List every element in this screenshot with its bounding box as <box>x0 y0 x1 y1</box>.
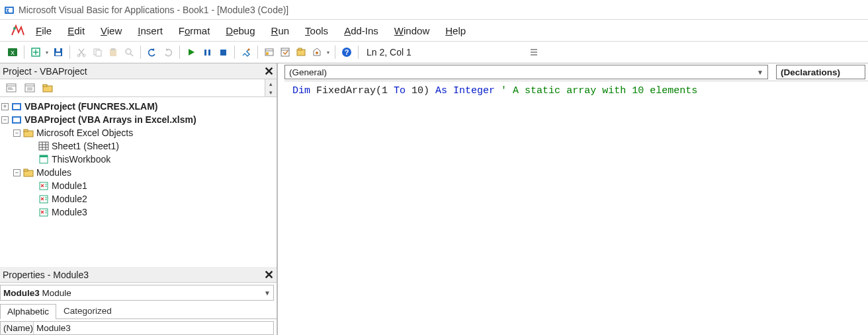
vba-glyph-icon <box>8 23 28 38</box>
svg-rect-21 <box>220 50 226 56</box>
property-row-name[interactable]: (Name) Module3 <box>1 322 273 334</box>
project-explorer-title: Project - VBAProject <box>3 66 87 77</box>
menu-run[interactable]: Run <box>263 22 298 39</box>
svg-rect-20 <box>208 50 210 56</box>
procedure-combo[interactable]: (Declarations) <box>776 65 865 79</box>
svg-line-18 <box>130 54 133 56</box>
properties-grid: (Name) Module3 <box>0 321 274 335</box>
svg-point-29 <box>316 52 318 54</box>
project-explorer-button[interactable] <box>262 45 277 59</box>
window-titlebar: Microsoft Visual Basic for Applications … <box>0 0 868 20</box>
insert-dropdown[interactable]: ▾ <box>44 50 50 56</box>
find-button[interactable] <box>122 45 136 59</box>
toolbar-separator <box>335 46 335 59</box>
tree-node-funcres[interactable]: + VBAProject (FUNCRES.XLAM) <box>1 100 275 113</box>
object-browser-button[interactable] <box>294 45 308 59</box>
tree-node-arrays[interactable]: − VBAProject (VBA Arrays in Excel.xlsm) <box>1 113 275 126</box>
reset-button[interactable] <box>216 45 230 59</box>
tree-node-excel-objects[interactable]: − Microsoft Excel Objects <box>1 126 275 139</box>
menu-edit[interactable]: Edit <box>60 22 93 39</box>
paste-button[interactable] <box>106 45 120 59</box>
tree-node-module3[interactable]: Module3 <box>1 205 275 219</box>
property-value[interactable]: Module3 <box>34 322 273 334</box>
module-icon <box>38 207 49 217</box>
toolbox-dropdown[interactable]: ▾ <box>326 50 331 56</box>
toolbar-separator <box>358 46 359 59</box>
folder-icon <box>23 129 34 137</box>
panel-scroll[interactable]: ▴▾ <box>265 79 277 96</box>
project-explorer-close-icon[interactable]: ✕ <box>264 64 274 79</box>
svg-rect-28 <box>298 48 302 50</box>
view-object-button[interactable] <box>22 81 37 94</box>
property-key: (Name) <box>1 322 34 334</box>
menu-debug[interactable]: Debug <box>218 22 263 39</box>
collapse-icon[interactable]: − <box>1 116 9 124</box>
svg-rect-40 <box>43 85 47 87</box>
tab-alphabetic[interactable]: Alphabetic <box>0 304 56 319</box>
run-button[interactable] <box>184 45 198 59</box>
svg-point-2 <box>13 27 16 30</box>
toolbar-separator <box>24 46 24 59</box>
svg-rect-55 <box>24 169 28 171</box>
tree-node-module1[interactable]: Module1 <box>1 179 275 192</box>
undo-button[interactable] <box>145 45 159 59</box>
collapse-icon[interactable]: − <box>13 130 21 137</box>
save-button[interactable] <box>51 45 65 59</box>
tree-node-modules[interactable]: − Modules <box>1 166 275 179</box>
chevron-down-icon: ▼ <box>754 67 766 77</box>
view-code-button[interactable] <box>4 81 19 94</box>
svg-rect-44 <box>13 118 20 122</box>
collapse-icon[interactable]: − <box>13 169 21 176</box>
design-mode-button[interactable] <box>239 45 253 59</box>
svg-rect-38 <box>27 87 32 91</box>
menu-tools[interactable]: Tools <box>297 22 336 39</box>
menu-format[interactable]: Format <box>171 22 218 39</box>
menu-view[interactable]: View <box>93 22 130 39</box>
tree-node-sheet1[interactable]: Sheet1 (Sheet1) <box>1 139 275 153</box>
copy-button[interactable] <box>90 45 105 59</box>
redo-button[interactable] <box>161 45 175 59</box>
vbaproject-icon <box>11 102 22 111</box>
toolbar-separator <box>234 46 235 59</box>
break-button[interactable] <box>200 45 214 59</box>
svg-rect-14 <box>96 50 101 56</box>
properties-object-select[interactable]: Module3 Module ▼ <box>0 285 274 301</box>
svg-point-17 <box>126 49 131 54</box>
cut-button[interactable] <box>74 45 89 59</box>
standard-toolbar: X ▾ ▾ ? Ln 2, Col 1 <box>0 42 868 63</box>
view-excel-button[interactable]: X <box>5 45 20 59</box>
toolbar-separator <box>140 46 141 59</box>
expand-icon[interactable]: + <box>1 103 9 110</box>
properties-tabs: Alphabetic Categorized <box>0 303 277 319</box>
toggle-folders-button[interactable] <box>41 81 56 94</box>
svg-rect-9 <box>56 48 60 52</box>
app-icon <box>4 5 15 15</box>
project-tree[interactable]: + VBAProject (FUNCRES.XLAM) − VBAProject… <box>0 97 277 267</box>
svg-rect-16 <box>111 48 115 50</box>
tree-node-thisworkbook[interactable]: ThisWorkbook <box>1 153 275 166</box>
menu-help[interactable]: Help <box>437 22 474 39</box>
menu-window[interactable]: Window <box>386 22 437 39</box>
menu-file[interactable]: File <box>28 22 60 39</box>
module-icon <box>38 194 49 204</box>
toolbar-separator <box>257 46 258 59</box>
menu-insert[interactable]: Insert <box>130 22 171 39</box>
toolbox-button[interactable] <box>310 45 324 59</box>
properties-window-button[interactable] <box>278 45 292 59</box>
project-explorer-toolbar: ▴▾ <box>0 79 277 97</box>
tree-node-module2[interactable]: Module2 <box>1 192 275 205</box>
tab-categorized[interactable]: Categorized <box>56 303 119 318</box>
code-editor[interactable]: Dim FixedArray(1 To 10) As Integer ' A s… <box>284 81 868 335</box>
worksheet-icon <box>38 141 49 151</box>
insert-button[interactable] <box>28 45 43 59</box>
window-title: Microsoft Visual Basic for Applications … <box>19 5 288 15</box>
workbook-icon <box>38 155 49 164</box>
object-combo[interactable]: (General) ▼ <box>284 65 768 79</box>
svg-text:X: X <box>11 50 15 56</box>
svg-rect-47 <box>39 142 48 150</box>
menu-addins[interactable]: Add-Ins <box>336 22 386 39</box>
properties-panel-close-icon[interactable]: ✕ <box>264 268 274 282</box>
menubar: File Edit View Insert Format Debug Run T… <box>0 20 868 42</box>
vbaproject-icon <box>11 115 22 124</box>
help-button[interactable]: ? <box>339 45 354 59</box>
